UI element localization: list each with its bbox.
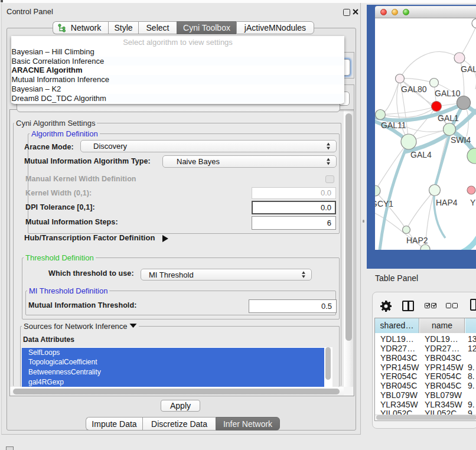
svg-text:GAL10: GAL10	[435, 89, 461, 98]
svg-text:Y: Y	[470, 198, 476, 207]
svg-text:SWI4: SWI4	[451, 135, 471, 145]
svg-text:GAL1: GAL1	[438, 113, 459, 123]
svg-text:GAL7: GAL7	[461, 64, 476, 74]
svg-text:HAP4: HAP4	[436, 198, 458, 207]
svg-text:GAL4: GAL4	[410, 150, 432, 159]
svg-text:GCY1: GCY1	[375, 199, 393, 208]
svg-text:HAP2: HAP2	[406, 236, 428, 245]
svg-text:GAL11: GAL11	[381, 120, 406, 130]
svg-text:GAL80: GAL80	[401, 84, 427, 94]
